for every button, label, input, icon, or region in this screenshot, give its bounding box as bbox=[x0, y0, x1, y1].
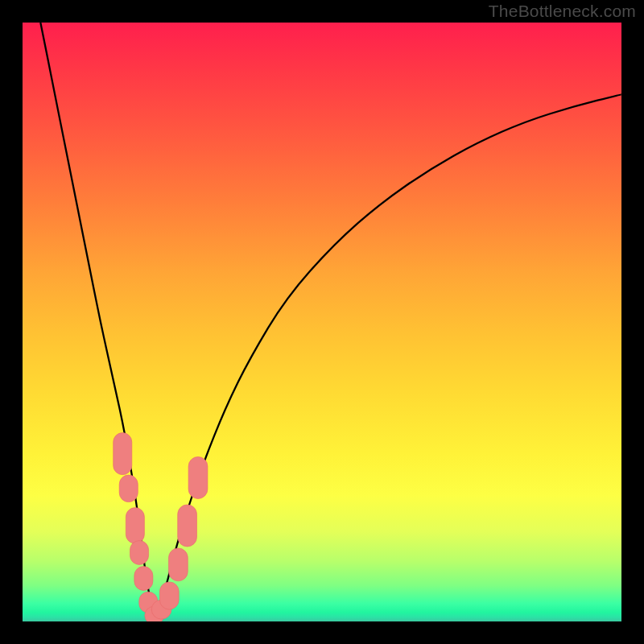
watermark-text: TheBottleneck.com bbox=[489, 2, 636, 21]
curve-marker bbox=[178, 505, 197, 547]
canvas-frame: TheBottleneck.com bbox=[0, 0, 644, 644]
curve-marker bbox=[130, 541, 149, 565]
curve-marker bbox=[169, 548, 188, 581]
plot-area bbox=[23, 23, 621, 621]
curve-marker bbox=[114, 433, 132, 475]
curve-layer bbox=[23, 23, 621, 621]
curve-marker bbox=[188, 456, 208, 498]
curve-marker bbox=[119, 475, 138, 502]
curve-marker bbox=[126, 508, 144, 544]
curve-markers bbox=[114, 433, 208, 621]
curve-marker bbox=[134, 567, 153, 591]
curve-marker bbox=[159, 582, 179, 609]
